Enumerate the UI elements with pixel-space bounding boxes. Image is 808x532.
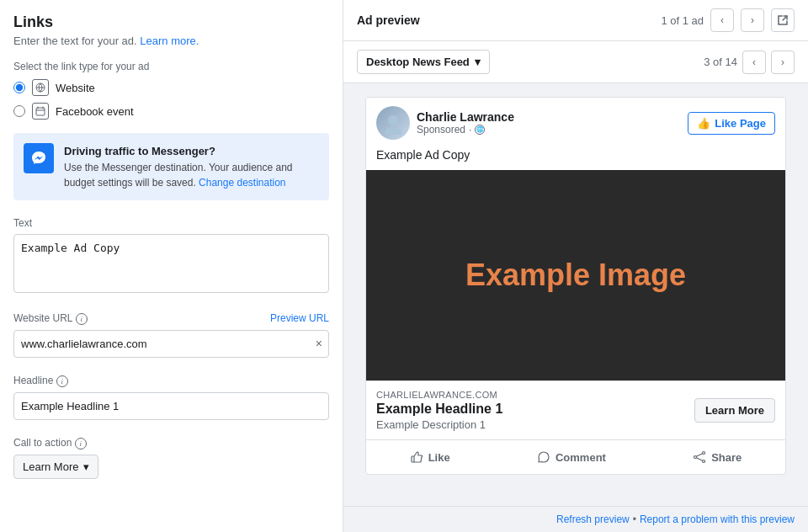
cta-info-icon[interactable]: i	[75, 438, 87, 450]
learn-more-link[interactable]: Learn more.	[140, 35, 199, 47]
ad-link-section: CHARLIELAWRANCE.COM Example Headline 1 E…	[366, 380, 785, 439]
radio-item-facebook-event[interactable]: Facebook event	[13, 103, 329, 120]
ad-link-info: CHARLIELAWRANCE.COM Example Headline 1 E…	[376, 390, 502, 431]
like-label: Like	[428, 451, 450, 464]
advertiser-name: Charlie Lawrance	[417, 110, 514, 124]
svg-rect-1	[36, 108, 45, 115]
next-placement-button[interactable]: ›	[771, 51, 795, 74]
next-ad-button[interactable]: ›	[741, 8, 764, 32]
website-url-clear-button[interactable]: ×	[316, 337, 322, 350]
text-field-label: Text	[13, 217, 329, 229]
ad-image-area: Example Image	[366, 170, 785, 380]
website-icon	[32, 79, 49, 96]
share-label: Share	[711, 451, 742, 464]
refresh-preview-link[interactable]: Refresh preview	[556, 513, 630, 525]
placement-dropdown-arrow: ▾	[475, 56, 481, 68]
section-title: Links	[13, 13, 329, 31]
advertiser-info: Charlie Lawrance Sponsored · 🌐	[376, 106, 514, 140]
cta-value: Learn More	[23, 460, 78, 473]
ad-description: Example Description 1	[376, 418, 502, 431]
svg-point-4	[703, 452, 705, 455]
messenger-text: Driving traffic to Messenger? Use the Me…	[64, 143, 319, 190]
ad-copy-text: Example Ad Copy	[366, 148, 785, 170]
advertiser-details: Charlie Lawrance Sponsored · 🌐	[417, 110, 514, 136]
radio-item-website[interactable]: Website	[13, 79, 329, 96]
svg-point-5	[703, 460, 705, 463]
comment-label: Comment	[556, 451, 606, 464]
website-url-row: Website URL i Preview URL	[13, 312, 329, 325]
change-destination-link[interactable]: Change destination	[199, 177, 285, 189]
example-image-text: Example Image	[465, 258, 686, 293]
radio-website-label: Website	[56, 82, 95, 94]
external-link-button[interactable]	[771, 8, 795, 32]
messenger-icon	[24, 143, 54, 173]
section-subtitle: Enter the text for your ad. Learn more.	[13, 35, 329, 47]
link-type-label: Select the link type for your ad	[13, 61, 329, 72]
text-field-input[interactable]: Example Ad Copy	[13, 234, 329, 293]
avatar-image	[376, 106, 410, 140]
radio-facebook-event-label: Facebook event	[56, 105, 134, 118]
website-url-input[interactable]	[13, 330, 329, 358]
radio-facebook-event[interactable]	[13, 105, 25, 117]
svg-point-6	[694, 456, 697, 459]
thumbs-up-icon: 👍	[697, 117, 710, 130]
headline-input[interactable]	[13, 392, 329, 420]
website-url-info-icon[interactable]: i	[76, 313, 88, 325]
sponsored-dot: ·	[469, 124, 471, 136]
ad-preview-title: Ad preview	[357, 13, 420, 27]
globe-icon: 🌐	[475, 125, 485, 135]
cta-label: Call to action i	[13, 437, 329, 450]
cta-dropdown-button[interactable]: Learn More ▾	[13, 455, 98, 479]
placement-counter: 3 of 14 ‹ ›	[704, 51, 795, 74]
cta-dropdown-arrow: ▾	[83, 460, 89, 473]
sponsored-row: Sponsored · 🌐	[417, 124, 514, 136]
report-problem-link[interactable]: Report a problem with this preview	[640, 513, 795, 525]
website-url-label: Website URL i	[13, 312, 88, 325]
preview-controls-bar: Desktop News Feed ▾ 3 of 14 ‹ ›	[343, 41, 808, 83]
facebook-event-icon	[32, 103, 49, 120]
learn-more-button[interactable]: Learn More	[694, 398, 775, 423]
preview-area: Charlie Lawrance Sponsored · 🌐 👍 Like Pa…	[343, 83, 808, 506]
like-page-button[interactable]: 👍 Like Page	[688, 112, 775, 135]
ad-counter: 1 of 1 ad	[661, 14, 704, 27]
comment-action-button[interactable]: Comment	[527, 444, 616, 471]
left-panel: Links Enter the text for your ad. Learn …	[0, 0, 343, 532]
placement-label: Desktop News Feed	[366, 56, 470, 68]
messenger-banner: Driving traffic to Messenger? Use the Me…	[13, 133, 329, 200]
ad-preview-header: Ad preview 1 of 1 ad ‹ ›	[343, 0, 808, 41]
preview-url-link[interactable]: Preview URL	[270, 312, 329, 324]
svg-point-2	[388, 115, 398, 125]
avatar	[376, 106, 410, 140]
ad-domain: CHARLIELAWRANCE.COM	[376, 390, 502, 400]
ad-preview-controls: 1 of 1 ad ‹ ›	[661, 8, 795, 32]
radio-website[interactable]	[13, 82, 25, 93]
placement-select-button[interactable]: Desktop News Feed ▾	[357, 50, 490, 74]
ad-headline: Example Headline 1	[376, 402, 502, 417]
ad-card-header: Charlie Lawrance Sponsored · 🌐 👍 Like Pa…	[366, 98, 785, 148]
headline-label: Headline i	[13, 375, 329, 387]
prev-ad-button[interactable]: ‹	[710, 8, 734, 32]
preview-footer: Refresh preview • Report a problem with …	[343, 506, 808, 532]
footer-dot: •	[633, 513, 636, 525]
prev-placement-button[interactable]: ‹	[742, 51, 766, 74]
link-type-radio-group: Website Facebook event	[13, 79, 329, 120]
right-panel: Ad preview 1 of 1 ad ‹ › Desktop News Fe…	[343, 0, 808, 532]
website-url-input-wrapper: ×	[13, 330, 329, 358]
ad-actions: Like Comment Share	[366, 439, 785, 474]
headline-info-icon[interactable]: i	[56, 375, 68, 387]
like-action-button[interactable]: Like	[400, 444, 460, 471]
ad-card: Charlie Lawrance Sponsored · 🌐 👍 Like Pa…	[365, 97, 786, 475]
svg-point-3	[385, 127, 401, 135]
share-action-button[interactable]: Share	[683, 444, 752, 471]
